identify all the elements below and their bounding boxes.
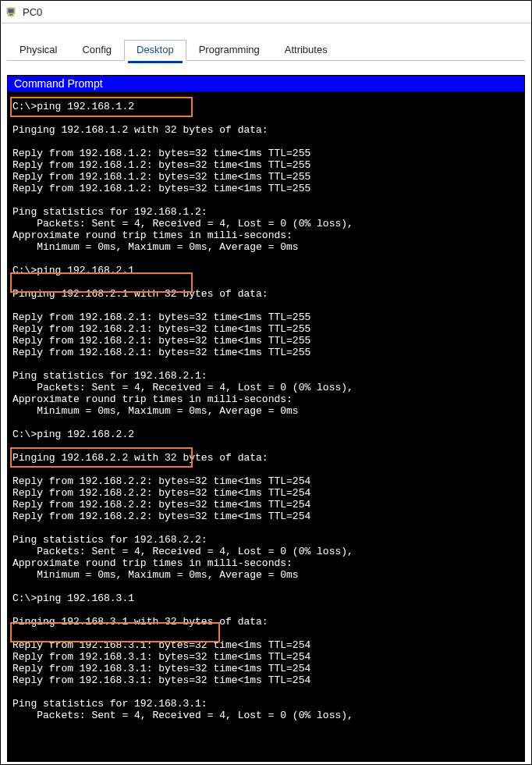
tab-config[interactable]: Config (69, 40, 124, 61)
window-title: PC0 (23, 6, 42, 18)
tab-desktop[interactable]: Desktop (124, 40, 186, 61)
command-prompt-window: Command Prompt C:\>ping 192.168.1.2 Ping… (7, 75, 525, 762)
svg-rect-2 (9, 14, 12, 16)
content-wrapper: Physical Config Desktop Programming Attr… (1, 23, 531, 762)
highlight-annotation (10, 272, 193, 293)
tab-attributes[interactable]: Attributes (272, 40, 340, 61)
highlight-annotation (10, 97, 193, 117)
tabs-bar: Physical Config Desktop Programming Attr… (7, 39, 525, 61)
command-prompt-title: Command Prompt (8, 76, 524, 91)
terminal-output[interactable]: C:\>ping 192.168.1.2 Pinging 192.168.1.2… (8, 91, 524, 761)
titlebar: PC0 (1, 1, 531, 23)
svg-rect-3 (8, 16, 14, 16)
app-icon (5, 5, 18, 18)
tab-programming[interactable]: Programming (186, 40, 272, 61)
highlight-annotation (10, 447, 193, 468)
tab-physical[interactable]: Physical (7, 40, 69, 61)
svg-rect-1 (9, 9, 14, 13)
highlight-annotation (10, 622, 220, 642)
